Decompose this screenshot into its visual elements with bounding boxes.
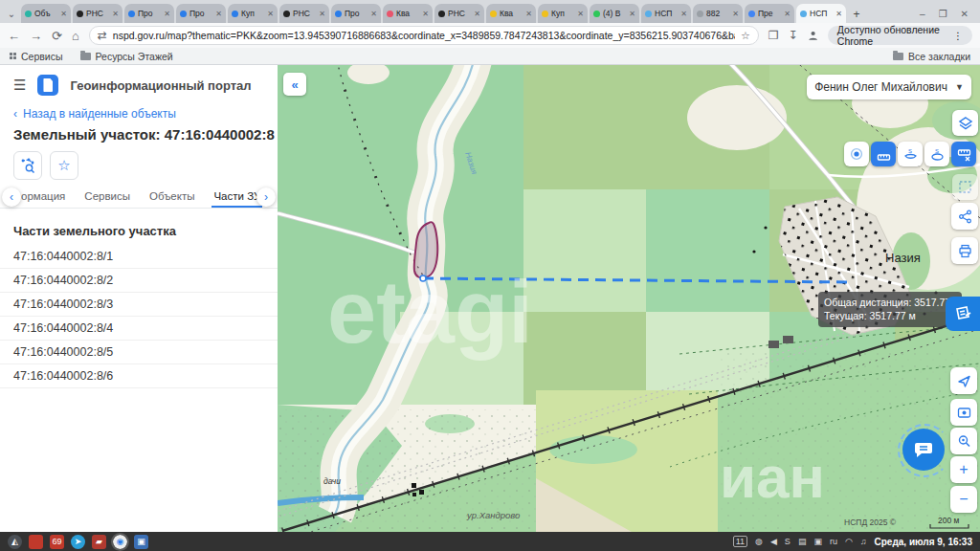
browser-tab[interactable]: Про✕ [331,4,381,23]
close-icon[interactable]: ✕ [215,10,222,18]
collapse-panel-button[interactable]: « [283,73,306,96]
wifi-icon[interactable]: ◠ [845,537,853,546]
telegram-icon[interactable]: ➤ [71,535,85,549]
close-window-icon[interactable]: ✕ [961,9,969,19]
marker-tool-button[interactable] [844,142,869,166]
bookmark-star-icon[interactable]: ☆ [741,30,750,42]
browser-tab-active[interactable]: НСП✕ [796,4,846,23]
search-map-button[interactable] [950,428,977,454]
browser-tab[interactable]: Про✕ [124,4,174,23]
map-canvas[interactable]: Назия Назия дачи ур.Хандрово etagi иан Н… [278,65,980,532]
close-icon[interactable]: ✕ [629,10,635,18]
list-item[interactable]: 47:16:0440002:8/5 [0,341,278,364]
basemap-button[interactable] [950,399,977,426]
browser-tab[interactable]: Объ✕ [21,4,71,23]
close-icon[interactable]: ✕ [112,10,119,18]
tab-services[interactable]: Сервисы [75,187,140,208]
measure-area-polygon-button[interactable]: S [924,142,949,166]
restore-icon[interactable]: ❐ [939,9,947,19]
chrome-icon[interactable]: ◉ [113,535,127,549]
bookmark-resources[interactable]: Ресурсы Этажей [80,51,173,62]
menu-dots-icon[interactable]: ⋮ [953,30,964,41]
volume-icon[interactable]: ◀ [770,537,777,546]
back-to-results-link[interactable]: ‹ Назад в найденные объекты [13,107,176,121]
hamburger-menu-icon[interactable]: ☰ [13,77,26,94]
browser-tab[interactable]: РНС✕ [279,4,329,23]
language-indicator[interactable]: ru [830,537,837,546]
browser-tab[interactable]: 882✕ [693,4,743,23]
all-bookmarks-button[interactable]: Все закладки [893,51,970,62]
bookmark-services[interactable]: Сервисы [10,51,63,62]
chat-button[interactable] [902,429,945,471]
music-icon[interactable]: ♫ [860,537,867,546]
close-icon[interactable]: ✕ [267,10,274,18]
new-tab-button[interactable]: + [848,6,865,23]
printer-icon[interactable]: ▤ [798,537,807,546]
feedback-doc-button[interactable] [946,297,980,331]
close-icon[interactable]: ✕ [525,10,532,18]
keyboard-icon[interactable]: ▣ [813,537,822,546]
close-icon[interactable]: ✕ [577,10,584,18]
calendar-indicator[interactable]: 11 [733,536,747,547]
measure-clear-button[interactable] [951,142,976,166]
home-icon[interactable]: ⌂ [72,29,79,43]
downloads-icon[interactable]: ↧ [789,29,798,42]
forward-icon[interactable]: → [30,29,42,43]
list-item[interactable]: 47:16:0440002:8/4 [0,317,278,341]
list-item[interactable]: 47:16:0440002:8/3 [0,293,278,317]
close-icon[interactable]: ✕ [60,10,67,18]
share-button[interactable] [951,203,978,230]
frame-tool-button[interactable] [952,174,978,200]
screenshot-icon[interactable]: ▣ [134,535,148,549]
notification-icon[interactable]: ◍ [755,537,763,546]
list-item[interactable]: 47:16:0440002:8/2 [0,269,278,293]
close-icon[interactable]: ✕ [474,10,480,18]
browser-tab[interactable]: (4) В✕ [590,4,639,23]
zoom-out-button[interactable]: − [950,486,977,513]
tab-group-icon[interactable]: ❐ [768,29,779,42]
close-icon[interactable]: ✕ [370,10,377,18]
tab-objects[interactable]: Объекты [140,187,204,208]
chrome-update-button[interactable]: Доступно обновление Chrome ⋮ [828,26,972,45]
minimize-icon[interactable]: – [920,9,925,19]
profile-icon[interactable] [808,29,818,42]
tab-search-icon[interactable]: ⌄ [4,6,19,23]
close-icon[interactable]: ✕ [784,10,791,18]
favorite-star-button[interactable]: ☆ [50,151,78,180]
user-account-button[interactable]: Фенин Олег Михайлович ▼ [807,75,971,99]
close-icon[interactable]: ✕ [732,10,739,18]
back-icon[interactable]: ← [8,29,20,43]
browser-tab[interactable]: Куп✕ [538,4,588,23]
zoom-to-object-button[interactable] [13,151,42,180]
browser-tab[interactable]: НСП✕ [641,4,691,23]
browser-tab[interactable]: РНС✕ [434,4,484,23]
browser-tab[interactable]: Ква✕ [383,4,433,23]
browser-tab[interactable]: Про✕ [176,4,226,23]
close-icon[interactable]: ✕ [835,10,842,18]
list-item[interactable]: 47:16:0440002:8/6 [0,364,278,388]
browser-tab[interactable]: Ква✕ [486,4,536,23]
close-icon[interactable]: ✕ [319,10,325,18]
skype-icon[interactable]: S [785,537,791,546]
close-icon[interactable]: ✕ [680,10,687,18]
measure-distance-button[interactable] [871,142,896,166]
close-icon[interactable]: ✕ [422,10,429,18]
close-icon[interactable]: ✕ [164,10,170,18]
tabs-scroll-right-icon[interactable]: › [256,187,276,207]
reload-icon[interactable]: ⟳ [52,29,62,43]
clock[interactable]: Среда, июля 9, 16:33 [875,537,972,547]
measure-area-button[interactable]: S [898,142,923,166]
layers-button[interactable] [952,110,978,136]
address-bar[interactable]: ⇄ nspd.gov.ru/map?thematic=PKK&zoom=13.9… [89,26,759,45]
app-icon-red2[interactable]: 69 [50,535,64,549]
launcher-icon[interactable]: ◭ [8,535,22,549]
list-item[interactable]: 47:16:0440002:8/1 [0,245,278,269]
files-icon[interactable]: ▰ [92,535,106,549]
browser-tab[interactable]: Пре✕ [745,4,794,23]
zoom-in-button[interactable]: + [950,456,977,483]
site-info-icon[interactable]: ⇄ [98,29,107,42]
browser-tab[interactable]: Куп✕ [228,4,278,23]
locate-button[interactable] [950,367,977,394]
print-button[interactable] [951,237,978,264]
app-icon-red[interactable] [29,535,43,549]
